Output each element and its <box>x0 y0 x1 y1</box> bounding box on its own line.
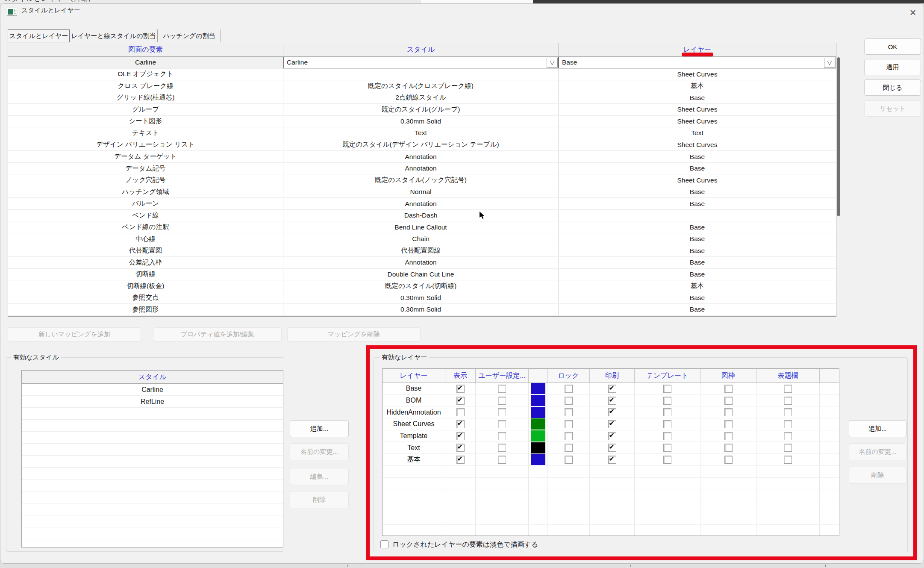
print-checkbox[interactable] <box>608 420 616 428</box>
mapping-row[interactable]: データム記号AnnotationBase <box>8 163 836 175</box>
mapping-row[interactable]: 参照交点0.30mm SolidBase <box>8 292 836 304</box>
element-cell[interactable]: シート図形 <box>8 116 283 127</box>
user-defined-checkbox[interactable] <box>498 397 506 405</box>
mapping-row[interactable]: ベンド線Dash-Dash <box>8 210 836 222</box>
style-cell[interactable]: Annotation <box>283 198 559 209</box>
vertical-scrollbar-thumb[interactable] <box>837 57 840 216</box>
delete-mapping-button[interactable]: マッピングを削除 <box>287 327 421 341</box>
layer-row[interactable]: Base <box>383 383 839 395</box>
ok-button[interactable]: OK <box>864 38 921 55</box>
frame-checkbox[interactable] <box>724 432 733 440</box>
layer-cell[interactable]: Base <box>559 292 836 304</box>
layer-color-swatch[interactable] <box>531 418 545 430</box>
print-checkbox[interactable] <box>608 385 616 393</box>
template-checkbox[interactable] <box>663 420 671 428</box>
user-defined-checkbox[interactable] <box>498 408 506 416</box>
title-block-checkbox[interactable] <box>784 408 792 416</box>
filter-dropdown-icon[interactable]: ▽ <box>824 58 835 68</box>
layer-cell[interactable]: Base <box>559 221 836 233</box>
element-cell[interactable]: ハッチング領域 <box>8 186 283 198</box>
layer-cell[interactable]: Base <box>559 92 836 104</box>
layer-row[interactable]: Text <box>383 442 839 454</box>
frame-checkbox[interactable] <box>724 444 733 452</box>
layer-name-cell[interactable]: HiddenAnnotation <box>383 406 445 418</box>
layer-color-swatch[interactable] <box>531 454 545 465</box>
style-cell[interactable]: Carline▽ <box>283 57 559 68</box>
style-cell[interactable]: 既定のスタイル(クロスブレーク線) <box>283 80 559 92</box>
layer-cell[interactable]: Base <box>559 257 836 268</box>
style-cell[interactable]: Dash-Dash <box>283 210 559 221</box>
style-cell[interactable]: Chain <box>283 233 559 245</box>
user-defined-checkbox[interactable] <box>498 444 506 452</box>
layer-name-cell[interactable]: 基本 <box>383 454 445 465</box>
layer-cell[interactable]: Base <box>559 269 836 280</box>
layers-column-header[interactable]: ロック <box>547 369 590 383</box>
layer-name-cell[interactable]: Text <box>383 442 445 453</box>
mapping-row[interactable]: 参照図形0.30mm SolidBase <box>8 304 836 316</box>
layer-cell[interactable]: Sheet Curves <box>559 69 836 80</box>
template-checkbox[interactable] <box>663 432 671 440</box>
layer-color-swatch[interactable] <box>531 383 545 394</box>
visible-checkbox[interactable] <box>456 420 465 428</box>
layers-column-header[interactable]: テンプレート <box>635 369 700 383</box>
mapping-row[interactable]: ハッチング領域NormalBase <box>8 186 836 198</box>
element-cell[interactable]: 公差記入枠 <box>8 257 283 268</box>
layer-delete-button[interactable]: 削除 <box>849 467 906 484</box>
mapping-row[interactable]: 中心線ChainBase <box>8 233 836 245</box>
layers-column-header[interactable]: ユーザー設定... <box>476 369 529 383</box>
element-cell[interactable]: デザイン バリエーション リスト <box>8 139 283 151</box>
template-checkbox[interactable] <box>663 444 671 452</box>
element-cell[interactable]: クロス ブレーク線 <box>8 80 283 92</box>
element-cell[interactable]: 切断線 <box>8 269 283 280</box>
mapping-row[interactable]: データム ターゲットAnnotationBase <box>8 151 836 163</box>
filter-dropdown-icon[interactable]: ▽ <box>547 58 558 68</box>
template-checkbox[interactable] <box>663 408 671 416</box>
lock-checkbox[interactable] <box>565 397 573 405</box>
tab-layer-linestyle-assignment[interactable]: レイヤーと線スタイルの割当 <box>70 29 158 42</box>
mapping-row[interactable]: 切断線(板金)既定のスタイル(切断線)基本 <box>8 280 836 292</box>
mapping-row[interactable]: シート図形0.30mm SolidSheet Curves <box>8 116 836 128</box>
layer-cell[interactable]: Base <box>559 198 836 209</box>
element-cell[interactable]: OLE オブジェクト <box>8 69 283 80</box>
layer-row[interactable]: Template <box>383 430 839 442</box>
mapping-row[interactable]: CarlineCarline▽Base▽ <box>8 57 836 69</box>
layers-column-header[interactable]: 図枠 <box>700 369 756 383</box>
template-checkbox[interactable] <box>663 397 671 405</box>
title-block-checkbox[interactable] <box>784 444 792 452</box>
style-add-button[interactable]: 追加... <box>290 420 349 437</box>
lock-checkbox[interactable] <box>565 456 573 464</box>
print-checkbox[interactable] <box>608 444 616 452</box>
layer-name-cell[interactable]: Sheet Curves <box>383 418 445 430</box>
style-cell[interactable]: 既定のスタイル(ノック穴記号) <box>283 174 559 186</box>
mapping-row[interactable]: グループ既定のスタイル(グループ)Sheet Curves <box>8 104 836 116</box>
style-cell[interactable]: Text <box>283 127 559 139</box>
visible-checkbox[interactable] <box>456 408 465 416</box>
layer-cell[interactable]: Sheet Curves <box>559 104 836 115</box>
layer-name-cell[interactable]: Template <box>383 430 445 442</box>
layers-column-header[interactable]: 印刷 <box>590 369 635 383</box>
print-checkbox[interactable] <box>608 397 616 405</box>
frame-checkbox[interactable] <box>724 420 733 428</box>
style-list-item[interactable]: RefLine <box>22 396 283 408</box>
layers-column-header[interactable]: 表題欄 <box>756 369 820 383</box>
template-checkbox[interactable] <box>663 456 671 464</box>
lock-checkbox[interactable] <box>565 408 573 416</box>
element-cell[interactable]: グリッド線(柱通芯) <box>8 92 283 104</box>
title-block-checkbox[interactable] <box>784 397 792 405</box>
user-defined-checkbox[interactable] <box>498 456 506 464</box>
add-edit-property-value-button[interactable]: プロパティ値を追加/編集 <box>153 327 282 341</box>
style-cell[interactable]: Double Chain Cut Line <box>283 269 559 280</box>
layer-cell[interactable]: Base <box>559 163 836 174</box>
element-cell[interactable]: 参照交点 <box>8 292 283 304</box>
frame-checkbox[interactable] <box>724 408 733 416</box>
layers-column-header[interactable] <box>529 369 547 383</box>
element-cell[interactable]: データム記号 <box>8 163 283 174</box>
style-delete-button[interactable]: 削除 <box>290 491 349 508</box>
layers-column-header[interactable]: レイヤー <box>383 369 445 383</box>
element-cell[interactable]: データム ターゲット <box>8 151 283 162</box>
print-checkbox[interactable] <box>608 456 616 464</box>
visible-checkbox[interactable] <box>456 456 465 464</box>
style-cell[interactable]: 0.30mm Solid <box>283 116 559 127</box>
lock-dim-checkbox[interactable] <box>380 540 388 548</box>
mapping-row[interactable]: デザイン バリエーション リスト既定のスタイル(デザイン バリエーション テーブ… <box>8 139 836 151</box>
